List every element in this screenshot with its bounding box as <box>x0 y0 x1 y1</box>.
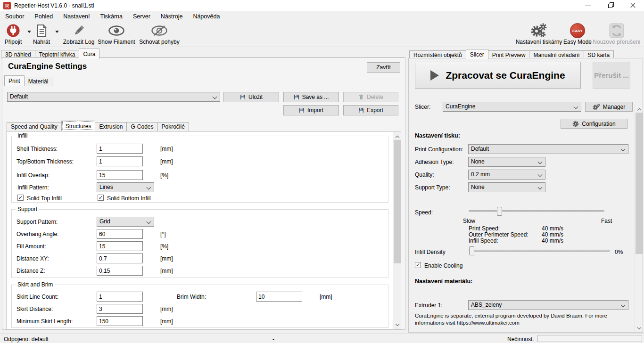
overhang-angle-input[interactable] <box>97 229 143 239</box>
title-bar: R Repetier-Host V1.6.0 - snail1.stl <box>0 0 644 11</box>
printer-settings-button[interactable]: Nastavení tiskárny <box>511 23 567 47</box>
activity-status: Nečinnost. <box>507 336 534 343</box>
infill-density-slider-thumb[interactable] <box>469 246 474 255</box>
floppy-icon <box>358 107 364 113</box>
menu-bar: Soubor Pohled Nastavení Tiskárna Server … <box>0 11 644 22</box>
scroll-up-icon[interactable] <box>393 132 401 140</box>
print-configuration-select[interactable]: Default <box>468 144 628 154</box>
solid-bottom-infill-checkbox[interactable]: ✓ <box>98 195 104 201</box>
status-bar: Odpojeno: default - Nečinnost. <box>0 334 644 343</box>
close-panel-button[interactable]: Zavřít <box>367 62 400 73</box>
load-dropdown-icon[interactable] <box>55 31 59 33</box>
menu-soubor[interactable]: Soubor <box>0 11 29 22</box>
load-button[interactable]: Nahrát <box>30 23 53 47</box>
distance-z-input[interactable] <box>97 266 143 276</box>
minimum-skirt-length-input[interactable] <box>97 316 143 326</box>
subtab-speed-quality[interactable]: Speed and Quality <box>7 122 62 131</box>
menu-nastroje[interactable]: Nástroje <box>156 11 188 22</box>
quality-select[interactable]: 0.2 mm <box>468 170 545 180</box>
adhesion-type-select[interactable]: None <box>468 157 545 167</box>
infill-density-value: 0% <box>615 249 623 255</box>
subtab-pokrocile[interactable]: Pokročilé <box>157 122 189 131</box>
show-filament-button[interactable]: Show Filament <box>95 23 138 47</box>
configuration-button[interactable]: Configuration <box>561 119 627 129</box>
connect-button[interactable]: Připojit <box>1 23 25 47</box>
shell-thickness-input[interactable] <box>97 144 143 154</box>
slow-label: Slow <box>463 218 475 224</box>
slicer-tab-content: Zpracovat se CuraEngine Přerušit ... Sli… <box>408 58 643 333</box>
right-scrollbar[interactable] <box>635 105 643 332</box>
skirt-brim-group: Skirt and Brim Skirt Line Count: Brim Wi… <box>11 285 388 328</box>
brim-width-input[interactable] <box>256 292 302 302</box>
scrollbar-thumb[interactable] <box>394 140 401 263</box>
floppy-icon <box>240 94 246 100</box>
tab-slicer[interactable]: Slicer <box>466 49 488 59</box>
chevron-down-icon <box>574 105 578 109</box>
subtab-extrusion[interactable]: Extrusion <box>95 122 127 131</box>
floppy-icon <box>294 94 299 100</box>
menu-nastaveni[interactable]: Nastavení <box>58 11 95 22</box>
infill-speed-value: 40 mm/s <box>542 237 563 244</box>
scroll-down-icon[interactable] <box>635 324 643 332</box>
trash-icon <box>358 94 364 100</box>
chevron-down-icon <box>538 185 543 190</box>
top-bottom-thickness-input[interactable] <box>97 156 143 166</box>
scroll-down-icon[interactable] <box>393 321 401 329</box>
enable-cooling-checkbox[interactable]: ✓ <box>415 262 421 268</box>
slice-button[interactable]: Zpracovat se CuraEngine <box>415 62 581 89</box>
tab-cura[interactable]: Cura <box>79 49 99 59</box>
solid-top-infill-checkbox[interactable]: ✓ <box>17 195 24 201</box>
menu-pohled[interactable]: Pohled <box>29 11 58 22</box>
curaengine-info-text: CuraEngine is separate, external program… <box>415 312 633 327</box>
distance-xy-input[interactable] <box>97 253 143 263</box>
close-button[interactable] <box>622 0 644 11</box>
subtab-structures[interactable]: Structures <box>61 121 96 131</box>
fast-label: Fast <box>601 218 612 224</box>
delete-button: Delete <box>343 92 398 102</box>
infill-pattern-select[interactable]: Lines <box>97 182 154 192</box>
structures-content: Infill Shell Thickness: [mm] Top/Bottom … <box>6 131 401 329</box>
chevron-down-icon <box>147 220 151 224</box>
extruder-material-select[interactable]: ABS_zeleny <box>468 300 628 310</box>
manager-button[interactable]: Manager <box>585 102 633 112</box>
support-type-select[interactable]: None <box>468 182 545 192</box>
export-button[interactable]: Export <box>343 105 398 115</box>
import-button[interactable]: Import <box>283 105 339 115</box>
eye-slash-icon <box>151 23 168 38</box>
support-pattern-select[interactable]: Grid <box>97 217 154 227</box>
profile-select[interactable]: Default <box>7 92 220 102</box>
eye-icon <box>108 23 125 38</box>
infill-overlap-input[interactable] <box>97 170 143 180</box>
easy-mode-button[interactable]: EASY Easy Mode <box>561 23 594 47</box>
show-log-button[interactable]: Zobrazit Log <box>60 23 97 47</box>
minimize-icon <box>585 6 591 6</box>
settings-scrollbar[interactable] <box>393 132 401 329</box>
gears-icon <box>530 23 548 38</box>
slicer-select[interactable]: CuraEngine <box>443 102 581 112</box>
tab-print[interactable]: Print <box>4 75 25 86</box>
skirt-distance-input[interactable] <box>97 304 143 314</box>
tab-material[interactable]: Materiál <box>24 77 53 86</box>
menu-napoveda[interactable]: Nápověda <box>188 11 225 22</box>
infill-density-slider[interactable] <box>469 250 610 252</box>
skirt-line-count-input[interactable] <box>97 292 143 302</box>
kill-slicing-button: Přerušit ... <box>593 62 630 89</box>
restore-button[interactable] <box>600 0 621 11</box>
menu-tiskarna[interactable]: Tiskárna <box>95 11 128 22</box>
save-button[interactable]: Uložit <box>223 92 279 102</box>
menu-server[interactable]: Server <box>128 11 156 22</box>
chevron-down-icon <box>538 172 543 177</box>
subtab-gcodes[interactable]: G-Codes <box>126 122 157 131</box>
minimize-button[interactable] <box>578 0 599 11</box>
speed-slider-thumb[interactable] <box>497 207 502 216</box>
emergency-stop-button: Nouzové přerušení <box>590 23 643 47</box>
slicer-label: Slicer: <box>415 104 430 110</box>
material-settings-heading: Nastavení materiálu: <box>415 278 472 285</box>
speed-slider[interactable] <box>469 210 604 212</box>
hide-moves-button[interactable]: Schovat pohyby <box>138 23 181 47</box>
scroll-up-icon[interactable] <box>635 105 643 113</box>
scrollbar-thumb[interactable] <box>636 113 643 254</box>
cura-settings-panel: CuraEngine Settings Zavřít Print Materiá… <box>2 57 405 330</box>
fill-amount-input[interactable] <box>97 241 143 251</box>
save-as-button[interactable]: Save as ... <box>283 92 339 102</box>
